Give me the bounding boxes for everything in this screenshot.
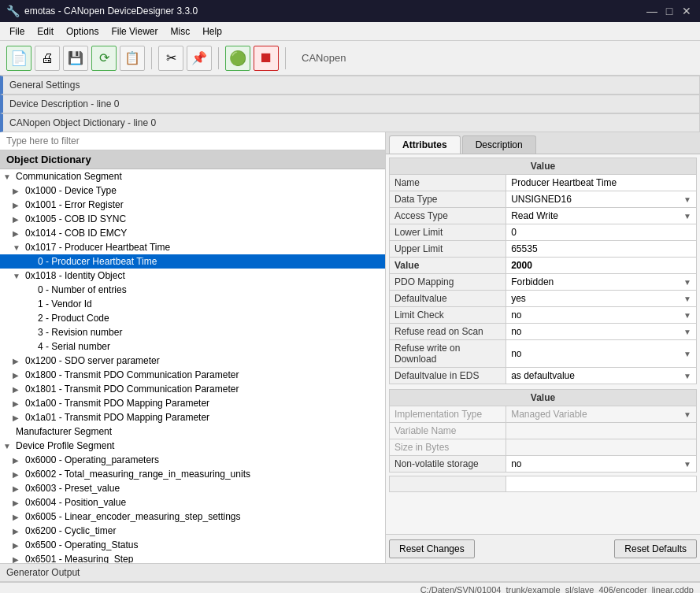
tree-item-label: 0x1001 - Error Register	[25, 199, 124, 210]
new-button[interactable]: 📄	[6, 46, 31, 71]
attr-value: no	[511, 309, 521, 321]
tree-item-label: 0x6004 - Position_value	[25, 497, 126, 508]
attr-row: Access TypeRead Write▼	[390, 208, 697, 224]
minimize-btn[interactable]: —	[645, 4, 659, 18]
tree-item[interactable]: ▶0x6005 - Linear_encoder_measuring_step_…	[0, 510, 385, 524]
dropdown-arrow-icon[interactable]: ▼	[683, 295, 691, 303]
attr-label: Non-volatile storage	[390, 456, 506, 473]
tab-attributes[interactable]: Attributes	[389, 135, 461, 154]
tab-description[interactable]: Description	[462, 135, 536, 154]
filter-input[interactable]	[0, 132, 385, 150]
tree-item[interactable]: ▶0x1800 - Transmit PDO Communication Par…	[0, 368, 385, 382]
go-button[interactable]: 🟢	[225, 46, 250, 71]
attr-value-cell[interactable]: no▼	[506, 340, 697, 368]
tree-item[interactable]: Manufacturer Segment	[0, 424, 385, 439]
print-button[interactable]: 🖨	[35, 46, 60, 71]
tree-item[interactable]: ▼0x1017 - Producer Heartbeat Time	[0, 240, 385, 254]
tree-item[interactable]: ▶0x6004 - Position_value	[0, 495, 385, 510]
stop-icon: ⏹	[259, 50, 273, 66]
dropdown-arrow-icon[interactable]: ▼	[683, 311, 691, 320]
tree-arrow-icon: ▶	[13, 541, 22, 550]
dropdown-arrow-icon[interactable]: ▼	[683, 328, 691, 336]
tree-item[interactable]: 4 - Serial number	[0, 339, 385, 354]
maximize-btn[interactable]: □	[662, 4, 676, 18]
attr-value: 0	[506, 224, 697, 241]
attr-value: 2000	[506, 258, 697, 274]
menu-file-viewer[interactable]: File Viewer	[105, 24, 164, 39]
tree-item[interactable]: ▶0x1000 - Device Type	[0, 183, 385, 198]
page-icon: 📋	[124, 50, 140, 65]
tree-item[interactable]: ▶0x6002 - Total_measuring_range_in_measu…	[0, 467, 385, 481]
menu-misc[interactable]: Misc	[165, 24, 197, 39]
close-btn[interactable]: ✕	[680, 4, 694, 18]
attr-row: Defaultvalue in EDSas defaultvalue▼	[390, 368, 697, 384]
attr-value-cell[interactable]: yes▼	[506, 291, 697, 307]
tree-item[interactable]: 2 - Product Code	[0, 311, 385, 325]
tree-item-label: 0x1005 - COB ID SYNC	[25, 213, 126, 224]
dropdown-arrow-icon[interactable]: ▼	[683, 460, 691, 469]
dropdown-arrow-icon[interactable]: ▼	[683, 278, 691, 287]
attr-row: Refuse write on Downloadno▼	[390, 340, 697, 368]
tree-item[interactable]: 0 - Number of entries	[0, 283, 385, 297]
tree-item[interactable]: ▶0x1801 - Transmit PDO Communication Par…	[0, 382, 385, 396]
tree-arrow-icon: ▶	[13, 385, 22, 394]
tree-item[interactable]: ▼Device Profile Segment	[0, 439, 385, 453]
stop-button[interactable]: ⏹	[254, 46, 279, 71]
save-button[interactable]: 💾	[63, 46, 88, 71]
attr-value	[506, 423, 697, 439]
dropdown-arrow-icon[interactable]: ▼	[683, 372, 691, 380]
tree-arrow-icon: ▶	[13, 357, 22, 365]
tree-item-label: 0x6200 - Cyclic_timer	[25, 525, 116, 536]
page-button[interactable]: 📋	[120, 46, 145, 71]
cut-button[interactable]: ✂	[158, 46, 183, 71]
attr-label: Size in Bytes	[390, 439, 506, 456]
tree-item[interactable]: ▼Communication Segment	[0, 169, 385, 183]
menu-options[interactable]: Options	[60, 24, 105, 39]
refresh-button[interactable]: ⟳	[91, 46, 117, 71]
reset-changes-button[interactable]: Reset Changes	[389, 539, 475, 558]
tree-item[interactable]: ▶0x6501 - Measuring_Step	[0, 552, 385, 563]
tree-item[interactable]: 1 - Vendor Id	[0, 297, 385, 311]
attr-value	[506, 439, 697, 456]
tree-item[interactable]: ▶0x1200 - SDO server parameter	[0, 354, 385, 368]
attr-value-cell[interactable]: no▼	[506, 456, 697, 473]
attr-value-cell[interactable]: no▼	[506, 324, 697, 340]
tree-item-label: 0x6500 - Operating_Status	[25, 539, 138, 550]
tree-arrow-icon: ▶	[13, 527, 22, 536]
attr-row: Variable Name	[390, 423, 697, 439]
menu-help[interactable]: Help	[196, 24, 228, 39]
reset-defaults-button[interactable]: Reset Defaults	[614, 539, 697, 558]
attr-value-cell[interactable]: as defaultvalue▼	[506, 368, 697, 384]
tree-item[interactable]: ▶0x6500 - Operating_Status	[0, 538, 385, 552]
attr-label: Access Type	[390, 208, 506, 224]
tree-item-label: 0 - Number of entries	[38, 284, 127, 295]
attr-value-cell[interactable]: Read Write▼	[506, 208, 697, 224]
dropdown-arrow-icon[interactable]: ▼	[683, 350, 691, 358]
tree-item[interactable]: ▶0x6000 - Operating_parameters	[0, 453, 385, 467]
tree-item[interactable]: ▶0x1014 - COB ID EMCY	[0, 226, 385, 240]
attr-row: Size in Bytes	[390, 439, 697, 456]
attr-value-cell[interactable]: Forbidden▼	[506, 274, 697, 291]
tree-item[interactable]: 3 - Revision number	[0, 325, 385, 339]
tree-item[interactable]: 0 - Producer Heartbeat Time	[0, 254, 385, 269]
dropdown-arrow-icon[interactable]: ▼	[683, 195, 691, 204]
menu-file[interactable]: File	[3, 24, 31, 39]
tree-item[interactable]: ▶0x1a00 - Transmit PDO Mapping Parameter	[0, 396, 385, 410]
tree-item[interactable]: ▶0x6003 - Preset_value	[0, 481, 385, 495]
tree-item[interactable]: ▶0x6200 - Cyclic_timer	[0, 524, 385, 538]
paste-button[interactable]: 📌	[187, 46, 212, 71]
attr-value-cell[interactable]: UNSIGNED16▼	[506, 191, 697, 208]
tree-arrow-icon: ▶	[13, 484, 22, 493]
attr-label: Upper Limit	[390, 241, 506, 258]
attr-label: Data Type	[390, 191, 506, 208]
tree-item[interactable]: ▶0x1001 - Error Register	[0, 198, 385, 212]
attr-value-cell[interactable]: no▼	[506, 307, 697, 324]
tree-item[interactable]: ▶0x1005 - COB ID SYNC	[0, 212, 385, 226]
tree-item-label: 2 - Product Code	[38, 313, 109, 324]
attr-section-1: Value	[390, 158, 697, 175]
tree-item[interactable]: ▼0x1018 - Identity Object	[0, 269, 385, 283]
tree-arrow-icon: ▶	[13, 229, 22, 238]
dropdown-arrow-icon[interactable]: ▼	[683, 212, 691, 221]
tree-item[interactable]: ▶0x1a01 - Transmit PDO Mapping Parameter	[0, 410, 385, 424]
menu-edit[interactable]: Edit	[31, 24, 60, 39]
